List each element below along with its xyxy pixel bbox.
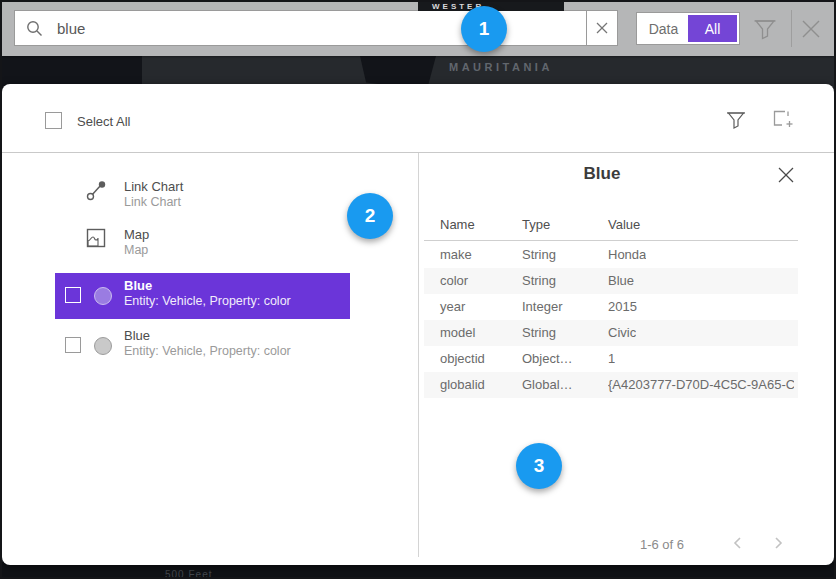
search-scope-toggle: Data All xyxy=(636,12,740,45)
attr-type: Global… xyxy=(522,377,573,392)
app-window: MAURITANIA 500 Feet blue Data All WESTER xyxy=(0,0,836,579)
link-chart-icon xyxy=(86,180,107,201)
result-checkbox[interactable] xyxy=(65,287,81,303)
select-all-label: Select All xyxy=(77,114,130,129)
attr-type: String xyxy=(522,247,556,262)
entity-dot-icon xyxy=(94,287,112,305)
result-checkbox[interactable] xyxy=(65,337,81,353)
map-label-mauritania: MAURITANIA xyxy=(449,61,553,73)
attr-name: objectid xyxy=(440,351,485,366)
result-title: Link Chart xyxy=(124,179,183,194)
attr-value: 1 xyxy=(608,351,615,366)
attr-type: String xyxy=(522,273,556,288)
result-subtitle: Entity: Vehicle, Property: color xyxy=(124,344,291,358)
map-icon xyxy=(86,228,106,248)
result-item-blue[interactable]: Blue Entity: Vehicle, Property: color xyxy=(55,328,350,368)
result-title: Blue xyxy=(124,328,150,343)
table-row: year Integer 2015 xyxy=(424,294,798,320)
table-row: make String Honda xyxy=(424,242,798,268)
clear-icon xyxy=(596,22,608,34)
scope-option-data[interactable]: Data xyxy=(639,15,688,42)
search-query-text: blue xyxy=(57,20,85,37)
result-item-map[interactable]: Map Map xyxy=(2,227,412,263)
add-to-selection-icon[interactable] xyxy=(772,109,793,130)
column-header-name: Name xyxy=(440,217,475,232)
next-page-icon[interactable] xyxy=(771,536,785,550)
pagination-label: 1-6 of 6 xyxy=(602,537,722,552)
callout-badge-2: 2 xyxy=(347,193,393,239)
detail-title: Blue xyxy=(432,164,772,184)
result-subtitle: Map xyxy=(124,243,148,257)
table-row: objectid Object… 1 xyxy=(424,346,798,372)
search-icon xyxy=(26,20,43,37)
callout-badge-1: 1 xyxy=(461,6,507,52)
table-header-divider xyxy=(424,240,798,241)
attr-name: globalid xyxy=(440,377,485,392)
attr-value: Honda xyxy=(608,247,646,262)
filter-icon[interactable] xyxy=(726,109,746,131)
table-row: color String Blue xyxy=(424,268,798,294)
list-detail-divider xyxy=(418,153,419,557)
close-icon[interactable] xyxy=(777,166,795,184)
result-title: Map xyxy=(124,227,149,242)
attr-value: Civic xyxy=(608,325,636,340)
column-header-type: Type xyxy=(522,217,550,232)
filter-icon[interactable] xyxy=(753,16,777,42)
search-results-panel: Select All Link Chart Link Chart Map Map xyxy=(2,84,834,565)
attr-type: String xyxy=(522,325,556,340)
attr-name: year xyxy=(440,299,465,314)
entity-dot-icon xyxy=(94,337,112,355)
map-scale-label: 500 Feet xyxy=(165,569,212,579)
toolbar-divider xyxy=(791,10,792,47)
result-subtitle: Link Chart xyxy=(124,195,181,209)
attr-name: model xyxy=(440,325,475,340)
result-title: Blue xyxy=(124,278,152,293)
previous-page-icon[interactable] xyxy=(731,536,745,550)
close-icon[interactable] xyxy=(798,16,824,42)
clear-search-button[interactable] xyxy=(587,10,618,46)
attr-name: make xyxy=(440,247,472,262)
result-item-blue-selected[interactable]: Blue Entity: Vehicle, Property: color xyxy=(55,273,350,319)
result-subtitle: Entity: Vehicle, Property: color xyxy=(124,294,291,308)
attr-type: Integer xyxy=(522,299,562,314)
attr-value: 2015 xyxy=(608,299,637,314)
attr-value: {A4203777-D70D-4C5C-9A65-C… xyxy=(608,377,794,392)
table-row: globalid Global… {A4203777-D70D-4C5C-9A6… xyxy=(424,372,798,398)
scope-option-all[interactable]: All xyxy=(688,15,737,42)
attr-name: color xyxy=(440,273,468,288)
column-header-value: Value xyxy=(608,217,640,232)
table-row: model String Civic xyxy=(424,320,798,346)
select-all-checkbox[interactable] xyxy=(45,112,62,129)
attr-type: Object… xyxy=(522,351,573,366)
attr-value: Blue xyxy=(608,273,634,288)
callout-badge-3: 3 xyxy=(516,443,562,489)
